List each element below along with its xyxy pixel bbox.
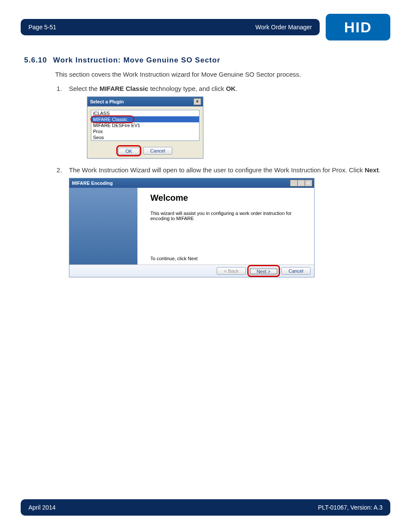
wizard-description: This wizard will assist you in configuri…	[150, 211, 301, 221]
list-item[interactable]: Seos	[91, 134, 199, 140]
dialog-title: Select a Plugin	[90, 99, 124, 104]
footer-docid: PLT-01067, Version: A.3	[318, 504, 383, 511]
list-item[interactable]: Prox	[91, 128, 199, 134]
wizard-heading: Welcome	[150, 193, 301, 203]
wizard-sidebar	[69, 188, 137, 264]
ok-button[interactable]: OK	[118, 148, 140, 155]
minimize-button[interactable]: _	[290, 180, 298, 187]
maximize-button[interactable]: □	[297, 180, 305, 187]
back-button: < Back	[217, 267, 246, 275]
header-bar: Page 5-51 Work Order Manager	[21, 19, 320, 35]
list-item[interactable]: MIFARE DESFire EV1	[91, 122, 199, 128]
hid-logo: HID	[326, 14, 390, 40]
next-button[interactable]: Next >	[249, 268, 278, 275]
page-footer: April 2014 PLT-01067, Version: A.3	[21, 499, 390, 516]
doc-section-label: Work Order Manager	[255, 24, 312, 31]
footer-date: April 2014	[28, 504, 56, 511]
section-number: 5.6.10	[24, 56, 47, 65]
section-title: Work Instruction: Move Genuine SO Sector	[53, 56, 220, 65]
plugin-listbox[interactable]: iCLASS MIFARE Classic MIFARE DESFire EV1…	[91, 110, 199, 141]
cancel-button[interactable]: Cancel	[143, 147, 172, 155]
page-number-label: Page 5-51	[28, 24, 56, 31]
wizard-continue-text: To continue, click Next	[150, 256, 197, 261]
close-button[interactable]: ×	[305, 180, 312, 187]
dialog-title: MIFARE Encoding	[72, 180, 113, 186]
list-item-selected[interactable]: MIFARE Classic	[91, 116, 199, 122]
mifare-encoding-wizard: MIFARE Encoding _ □ × Welcome This wizar…	[69, 178, 314, 277]
cancel-button[interactable]: Cancel	[281, 267, 311, 275]
dialog-titlebar: MIFARE Encoding _ □ ×	[69, 178, 314, 188]
page-header: Page 5-51 Work Order Manager HID	[21, 14, 390, 40]
step-2: The Work Instruction Wizard will open to…	[64, 166, 390, 277]
select-plugin-dialog: Select a Plugin × iCLASS MIFARE Classic …	[87, 96, 203, 159]
section-intro: This section covers the Work Instruction…	[55, 71, 390, 78]
close-button[interactable]: ×	[193, 98, 201, 105]
step-1: Select the MIFARE Classic technology typ…	[64, 85, 390, 159]
dialog-titlebar: Select a Plugin ×	[87, 97, 203, 106]
